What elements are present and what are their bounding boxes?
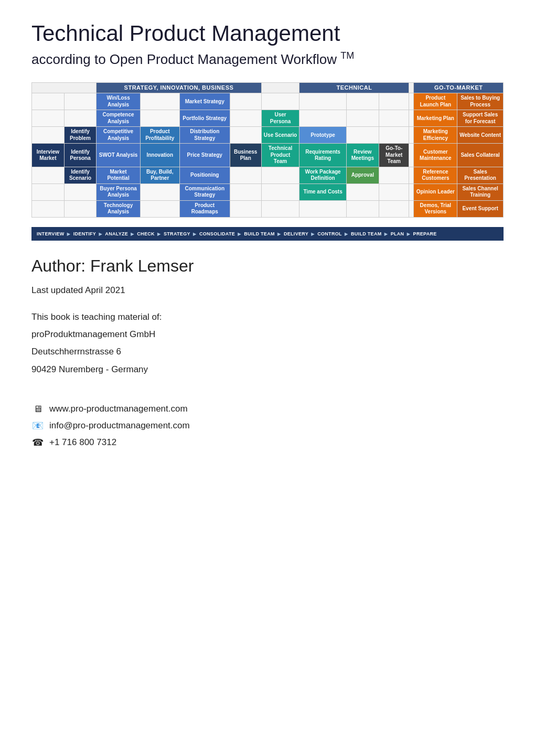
- web-icon: 🖥: [31, 404, 44, 415]
- matrix-cell-technical-row2: Use Scenario: [261, 127, 299, 144]
- matrix-cell-control-row5: [379, 183, 409, 200]
- process-arrow-9: ►: [383, 231, 389, 237]
- matrix-cell-interview-row1: [32, 110, 65, 127]
- matrix-cell-consolidate-row5: [230, 183, 261, 200]
- matrix-cell-buildteam2-row6: [409, 200, 414, 217]
- matrix-cell-interview-row3: Interview Market: [32, 144, 65, 167]
- matrix-cell-identify-row2: Identify Problem: [64, 127, 97, 144]
- process-arrow-1: ►: [98, 231, 103, 237]
- matrix-cell-control-row1: [379, 110, 409, 127]
- matrix-cell-delivery-row0: [346, 93, 379, 110]
- process-step-build-team: BUILD TEAM: [351, 231, 382, 236]
- matrix-cell-consolidate-row3: Business Plan: [230, 144, 261, 167]
- web-text: www.pro-productmanagement.com: [49, 404, 188, 414]
- matrix-cell-buildteam2-row5: [409, 183, 414, 200]
- matrix-cell-plan-row5: Opinion Leader: [414, 183, 457, 200]
- matrix-cell-strategy-row5: Communication Strategy: [179, 183, 230, 200]
- matrix-cell-buildteam2-row3: [409, 144, 414, 167]
- matrix-wrapper: STRATEGY, INNOVATION, BUSINESS TECHNICAL…: [31, 82, 504, 218]
- matrix-cell-technical-row3: Technical Product Team: [261, 144, 299, 167]
- process-arrow-3: ►: [156, 231, 162, 237]
- matrix-cell-delivery-row4: Approval: [346, 167, 379, 183]
- matrix-cell-technical-row6: [261, 200, 299, 217]
- matrix-cell-buildteam-row6: [299, 200, 346, 217]
- matrix-cell-buildteam-row2: Prototype: [299, 127, 346, 144]
- matrix-cell-check-row3: Innovation: [140, 144, 179, 167]
- matrix-cell-plan-row4: Reference Customers: [414, 167, 457, 183]
- matrix-cell-plan-row2: Marketing Efficiency: [414, 127, 457, 144]
- matrix-cell-plan-row6: Demos, Trial Versions: [414, 200, 457, 217]
- matrix-cell-prepare-row6: Event Support: [457, 200, 504, 217]
- contact-item-web: 🖥www.pro-productmanagement.com: [31, 404, 504, 415]
- matrix-cell-analyze-row2: Competitive Analysis: [97, 127, 141, 144]
- matrix-cell-consolidate-row1: [230, 110, 261, 127]
- matrix-cell-delivery-row3: Review Meetings: [346, 144, 379, 167]
- process-step-delivery: DELIVERY: [284, 231, 308, 236]
- matrix-cell-buildteam2-row2: [409, 127, 414, 144]
- matrix-cell-analyze-row3: SWOT Analysis: [97, 144, 141, 167]
- matrix-cell-buildteam-row4: Work Package Definition: [299, 167, 346, 183]
- matrix-cell-consolidate-row4: [230, 167, 261, 183]
- matrix-cell-identify-row0: [64, 93, 97, 110]
- matrix-cell-check-row0: [140, 93, 179, 110]
- matrix-table: STRATEGY, INNOVATION, BUSINESS TECHNICAL…: [31, 82, 504, 218]
- matrix-cell-delivery-row6: [346, 200, 379, 217]
- matrix-cell-buildteam2-row1: [409, 110, 414, 127]
- matrix-cell-control-row3: Go-To-Market Team: [379, 144, 409, 167]
- author-name: Author: Frank Lemser: [31, 256, 504, 276]
- matrix-cell-strategy-row3: Price Strategy: [179, 144, 230, 167]
- matrix-cell-technical-row5: [261, 183, 299, 200]
- matrix-cell-technical-row4: [261, 167, 299, 183]
- process-arrow-8: ►: [344, 231, 349, 237]
- matrix-cell-identify-row3: Identify Persona: [64, 144, 97, 167]
- matrix-cell-identify-row1: [64, 110, 97, 127]
- matrix-cell-interview-row0: [32, 93, 65, 110]
- matrix-cell-check-row4: Buy, Build, Partner: [140, 167, 179, 183]
- matrix-cell-analyze-row4: Market Potential: [97, 167, 141, 183]
- process-arrow-6: ►: [276, 231, 282, 237]
- matrix-cell-plan-row0: Product Launch Plan: [414, 93, 457, 110]
- matrix-cell-interview-row2: [32, 127, 65, 144]
- matrix-cell-interview-row6: [32, 200, 65, 217]
- matrix-cell-prepare-row0: Sales to Buying Process: [457, 93, 504, 110]
- last-updated: Last updated April 2021: [31, 283, 504, 297]
- matrix-cell-plan-row1: Marketing Plan: [414, 110, 457, 127]
- email-icon: 📧: [31, 420, 44, 431]
- phone-icon: ☎: [31, 437, 44, 448]
- matrix-cell-analyze-row5: Buyer Persona Analysis: [97, 183, 141, 200]
- matrix-cell-prepare-row1: Support Sales for Forecast: [457, 110, 504, 127]
- matrix-cell-consolidate-row0: [230, 93, 261, 110]
- process-arrow-10: ►: [405, 231, 411, 237]
- process-step-interview: INTERVIEW: [37, 231, 65, 236]
- matrix-cell-buildteam2-row4: [409, 167, 414, 183]
- process-step-control: CONTROL: [317, 231, 342, 236]
- phone-text: +1 716 800 7312: [49, 437, 116, 448]
- matrix-cell-identify-row6: [64, 200, 97, 217]
- matrix-cell-buildteam-row3: Requirements Rating: [299, 144, 346, 167]
- process-step-strategy: STRATEGY: [164, 231, 190, 236]
- process-step-prepare: PREPARE: [413, 231, 437, 236]
- matrix-cell-identify-row4: Identify Scenario: [64, 167, 97, 183]
- process-step-build-team: BUILD TEAM: [244, 231, 275, 236]
- process-arrow-4: ►: [192, 231, 198, 237]
- header-strategy: STRATEGY, INNOVATION, BUSINESS: [97, 82, 261, 93]
- matrix-cell-analyze-row6: Technology Analysis: [97, 200, 141, 217]
- matrix-cell-buildteam-row0: [299, 93, 346, 110]
- matrix-cell-identify-row5: [64, 183, 97, 200]
- matrix-cell-control-row2: [379, 127, 409, 144]
- matrix-cell-control-row4: [379, 167, 409, 183]
- matrix-cell-check-row1: [140, 110, 179, 127]
- matrix-cell-check-row5: [140, 183, 179, 200]
- process-step-identify: IDENTIFY: [73, 231, 96, 236]
- contact-item-phone: ☎+1 716 800 7312: [31, 437, 504, 448]
- matrix-cell-plan-row3: Customer Maintenance: [414, 144, 457, 167]
- matrix-cell-prepare-row3: Sales Collateral: [457, 144, 504, 167]
- company-name: proProduktmanagement GmbH: [31, 327, 504, 341]
- matrix-cell-strategy-row0: Market Strategy: [179, 93, 230, 110]
- matrix-cell-control-row0: [379, 93, 409, 110]
- matrix-cell-analyze-row1: Competence Analysis: [97, 110, 141, 127]
- author-section: Author: Frank Lemser Last updated April …: [31, 256, 504, 376]
- header-gotomarket: GO-TO-MARKET: [414, 82, 504, 93]
- matrix-cell-delivery-row5: [346, 183, 379, 200]
- matrix-cell-interview-row4: [32, 167, 65, 183]
